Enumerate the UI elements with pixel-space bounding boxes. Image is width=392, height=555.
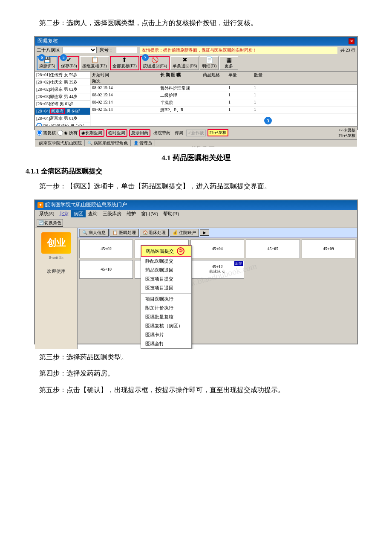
dropdown-order-print[interactable]: 医嘱套打 (141, 339, 191, 348)
sc1-right-panel: 开始时间 长 期 医 嘱 药品规格 单量 数量 频次 08-02 15:14 普… (90, 72, 357, 126)
all-review-button[interactable]: ⬆ 全部复核(F3) (110, 56, 139, 70)
detail-button[interactable]: 📄 明细(D) (200, 56, 219, 70)
dropdown-tech-return[interactable]: 医技项目退回 (141, 283, 191, 292)
sc2-dropdown-menu: 药品医嘱提交 ② 静配医嘱提交 药品医嘱退回 医技项目提交 医技项目退回 项目医… (141, 245, 192, 349)
dropdown-batch-review[interactable]: 医嘱批量复核 (141, 312, 191, 321)
patient-item[interactable]: [28+02]刘保东 男 62岁 (35, 86, 90, 93)
section41-title: 4.1 药品医嘱相关处理 (26, 153, 366, 163)
order-row[interactable]: 08-02 15:14 二级护理 1 1 (90, 92, 357, 99)
dropdown-order-card[interactable]: 医嘱卡片 (141, 330, 191, 339)
sc1-bed-label: 床号： (99, 47, 113, 53)
sc1-order-rows: 08-02 15:14 普外科护理常规 1 1 08-02 15:14 二级护理… (90, 85, 357, 126)
bed-45-05[interactable]: 45+05 (246, 240, 300, 258)
discharge-orders-btn[interactable]: 出院带药 (152, 130, 172, 136)
intro-paragraph: 第二步：选病人，选择医嘱类型，点击上方的复核操作按钮，进行复核。 (26, 17, 366, 29)
more-button[interactable]: ▦ 更多 (219, 56, 238, 70)
bed-45-12[interactable]: 出院 45+12 韩冰冰 女 (190, 260, 244, 279)
sc2-logo: 创业 (41, 232, 71, 254)
emergency-orders-btn[interactable]: 急诊用药 (129, 129, 150, 137)
orders-process-btn[interactable]: 📋 医嘱处理 (110, 229, 139, 237)
patient-item[interactable]: [28+03]张玮 男 61岁 (35, 101, 90, 108)
screenshot-portal: ✦ 皖南医学院弋矶山医院信息系统门户 系统(S) 北京 病区 查询 三级库房 维… (34, 199, 358, 344)
sc2-welcome: 欢迎使用 (47, 268, 66, 275)
radio-all[interactable]: ◉ 所有 (58, 130, 78, 136)
order-row[interactable]: 08-02 15:14 测BP、P、R 1 1 (90, 107, 357, 114)
order-row[interactable]: 08-02 15:14 普外科护理常规 1 1 (90, 85, 357, 92)
save-button[interactable]: 5 ✔ 保存(F8) (58, 56, 79, 70)
dropdown-drug-return[interactable]: 药品医嘱退回 (141, 266, 191, 275)
close-icon[interactable]: ✕ (349, 38, 355, 44)
bed-45-09[interactable]: 45+09 (302, 240, 355, 258)
sc2-toolbar2: 🔄 切换角色 (35, 218, 357, 228)
annotation-3: 3 (264, 117, 272, 124)
radio-need-review[interactable]: 需复核 (37, 130, 56, 136)
f8-reviewed-btn[interactable]: F8-已复核 (208, 129, 229, 136)
sc1-role: 🔍 病区系统管理角色 (85, 140, 131, 146)
sc2-bed-grid: 45+02 45+03 45+04 45+05 45+09 45+10 (78, 238, 357, 280)
sc1-body: [28+01]任传秀 女 59岁 [28+02]杜庆文 男 39岁 [28+02… (35, 72, 357, 126)
sc1-patient-list: [28+01]任传秀 女 59岁 [28+02]杜庆文 男 39岁 [28+02… (35, 72, 90, 126)
sc2-main-panel: www.biaodoubook.com 🔍 病人信息 📋 医嘱处理 🏠 退床处理… (78, 228, 357, 349)
sc1-ward-select[interactable] (63, 47, 97, 53)
refresh-button[interactable]: 6 💾 刷新(F5) (37, 56, 58, 70)
sc1-order-header: 开始时间 长 期 医 嘱 药品规格 单量 数量 频次 (90, 72, 357, 85)
step1-paragraph: 第一步：【病区】选项中，单击【药品医嘱提交】，进入药品医嘱提交界面。 (26, 180, 366, 193)
dropdown-addon-price[interactable]: 附加计价执行 (141, 304, 191, 312)
sc1-toolbar: 6 💾 刷新(F5) 5 ✔ 保存(F8) 📋 按组复核(F2) ⬆ 全部复核(… (35, 55, 357, 72)
menu-north[interactable]: 北京 (57, 210, 71, 217)
single-return-button[interactable]: ✖ 单条退回(F6) (170, 56, 199, 70)
stop-orders-btn[interactable]: 停嘱 (173, 130, 184, 136)
patient-item-selected[interactable]: [28+04]阎定有 男 64岁 (35, 108, 90, 115)
sc1-user: 👤 管理员 (131, 140, 156, 146)
menu-warehouse[interactable]: 三级库房 (100, 210, 124, 217)
sc2-title: 皖南医学院弋矶山医院信息系统门户 (45, 201, 127, 208)
bed-45-02[interactable]: 45+02 (79, 240, 133, 258)
patient-info-btn[interactable]: 🔍 病人信息 (79, 229, 109, 237)
dropdown-ward-review[interactable]: 医嘱复核（病区） (141, 321, 191, 330)
sc1-count: 共 23 行 (340, 47, 355, 53)
num7-badge: 7 (142, 54, 149, 61)
portal-icon: ✦ (37, 202, 43, 208)
longterm-orders-btn[interactable]: ◉长期医嘱 (79, 129, 104, 137)
step4-paragraph: 第四步：选择发药药房。 (26, 367, 366, 380)
sc2-menubar: 系统(S) 北京 病区 查询 三级库房 维护 窗口(W) 帮助(H) (35, 210, 357, 218)
temp-orders-btn[interactable]: 临时医嘱 (106, 129, 127, 137)
group-return-button[interactable]: 7 🚫 按组退回(F4) (140, 56, 170, 70)
sc2-logo-sub: B-soft En (49, 255, 63, 260)
num6-badge: 6 (38, 54, 45, 61)
dropdown-iv-submit[interactable]: 静配医嘱提交 (141, 257, 191, 266)
order-row[interactable]: 08-02 15:14 半流质 1 1 (90, 99, 357, 107)
dropdown-drug-submit[interactable]: 药品医嘱提交 ② (141, 246, 191, 257)
screenshot-yizhu-fuhe: 医嘱复核 ✕ 二十八病区 床号： 友情提示：操作前请刷新界面，保证与医生医嘱的实… (34, 36, 358, 130)
menu-system[interactable]: 系统(S) (37, 210, 57, 217)
dropdown-tech-submit[interactable]: 医技项目提交 (141, 275, 191, 283)
num5-badge: 5 (60, 54, 67, 61)
sc1-footer: 皖南医学院弋矶山医院 🔍 病区系统管理角色 👤 管理员 (35, 139, 357, 147)
bed-45-10[interactable]: 45+10 (79, 260, 133, 279)
menu-help[interactable]: 帮助(H) (161, 210, 182, 217)
inpatient-account-btn[interactable]: 💰 住院账户 (170, 229, 199, 237)
sc1-ward: 二十八病区 (37, 47, 60, 53)
step5-paragraph: 第五步：点击【确认】，出现提示框，按提示操作即可，直至出现提交成功提示。 (26, 384, 366, 396)
more-nav-btn[interactable]: ▶ (200, 229, 209, 236)
sc1-bed-input[interactable] (116, 47, 137, 53)
bed-45-04[interactable]: 45+04 (190, 240, 244, 258)
discharge-process-btn[interactable]: 🏠 退床处理 (140, 229, 169, 237)
menu-window[interactable]: 窗口(W) (138, 210, 161, 217)
group-review-button[interactable]: 📋 按组复核(F2) (80, 56, 109, 70)
patient-item[interactable]: [28+03]郭连章 男 44岁 (35, 93, 90, 101)
menu-ward[interactable]: 病区 (71, 210, 86, 217)
section411-title: 4.1.1 全病区药品医嘱提交 (26, 167, 366, 176)
new-discard-btn[interactable]: ✓新作废 (186, 130, 206, 136)
patient-item[interactable]: [28+04]富富幸 男 61岁 (35, 115, 90, 122)
patient-item[interactable]: [28+02]杜庆文 男 39岁 (35, 79, 90, 86)
menu-maintain[interactable]: 维护 (124, 210, 138, 217)
sc2-nav-bar: 🔍 病人信息 📋 医嘱处理 🏠 退床处理 💰 住院账户 ▶ (78, 228, 357, 238)
patient-item[interactable]: [28+01]任传秀 女 59岁 (35, 72, 90, 79)
dropdown-project-exec[interactable]: 项目医嘱执行 (141, 295, 191, 304)
switch-role-button[interactable]: 🔄 切换角色 (37, 219, 63, 227)
patient-item[interactable]: 1[28+05]傅成松 男 54岁 (35, 122, 90, 126)
step3-paragraph: 第三步：选择药品医嘱类型。 (26, 351, 366, 364)
menu-query[interactable]: 查询 (86, 210, 100, 217)
sc2-sidebar: 创业 B-soft En 欢迎使用 (35, 228, 78, 349)
